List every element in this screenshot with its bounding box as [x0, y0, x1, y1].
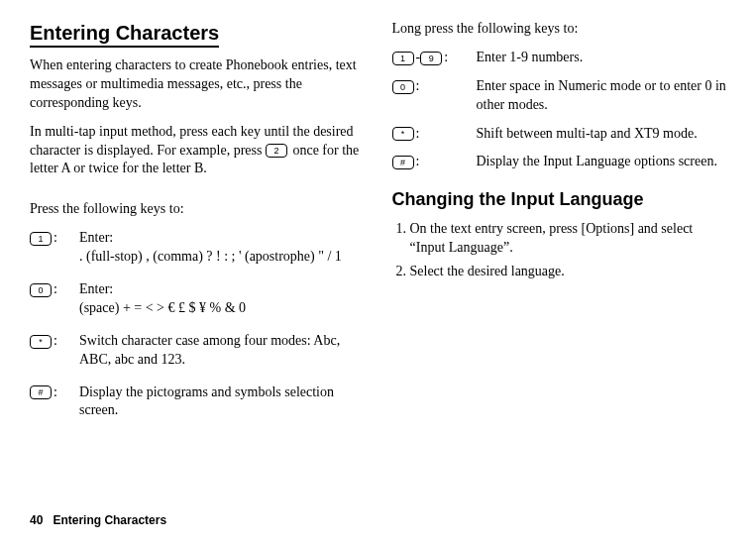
changing-input-language-title: Changing the Input Language	[392, 187, 727, 211]
key-1-text: . (full-stop) , (comma) ? ! : ; ' (apost…	[79, 249, 342, 264]
left-column: Entering Characters When entering charac…	[30, 20, 365, 434]
key-0-long-cell: 0:	[392, 77, 477, 96]
page-title: Entering Characters	[30, 22, 219, 48]
key-1-9-desc: Enter 1-9 numbers.	[477, 49, 727, 67]
page-footer: 40 Entering Characters	[30, 513, 166, 527]
key-0-icon: 0	[30, 283, 52, 297]
key-1-9-cell: 1-9:	[392, 49, 477, 67]
key-hash-long-desc: Display the Input Language options scree…	[477, 153, 727, 171]
key-1-cell: 1:	[30, 229, 79, 248]
key-0-lead: Enter:	[79, 281, 113, 296]
key-star-desc: Switch character case among four modes: …	[79, 332, 365, 370]
key-hash-icon: #	[30, 385, 52, 399]
key-hash-long-cell: #:	[392, 153, 477, 171]
key-1-long-icon: 1	[392, 52, 414, 65]
step-1-text: On the text entry screen, press [Options…	[410, 221, 694, 255]
press-keys-header: Press the following keys to:	[30, 200, 365, 219]
key-0-long-desc: Enter space in Numeric mode or to enter …	[477, 77, 727, 115]
step-2-text: Select the desired language.	[410, 264, 565, 278]
key-hash-cell: #:	[30, 383, 79, 402]
long-press-table: 1-9: Enter 1-9 numbers. 0: Enter space i…	[392, 49, 727, 171]
key-star-cell: *:	[30, 332, 79, 351]
footer-section: Entering Characters	[53, 513, 166, 527]
intro-paragraph-1: When entering characters to create Phone…	[30, 56, 365, 113]
key-1-icon: 1	[30, 232, 52, 246]
key-1-desc: Enter: . (full-stop) , (comma) ? ! : ; '…	[79, 229, 365, 267]
key-0-desc: Enter: (space) + = < > € £ $ ¥ % & 0	[79, 280, 365, 318]
key-0-text: (space) + = < > € £ $ ¥ % & 0	[79, 300, 246, 315]
key-1-lead: Enter:	[79, 230, 113, 245]
key-star-long-icon: *	[392, 127, 414, 141]
key-9-long-icon: 9	[420, 52, 442, 65]
key-0-cell: 0:	[30, 280, 79, 299]
key-2-icon: 2	[266, 144, 287, 158]
step-1: On the text entry screen, press [Options…	[410, 220, 727, 258]
key-hash-long-icon: #	[392, 156, 414, 169]
short-press-table: 1: Enter: . (full-stop) , (comma) ? ! : …	[30, 229, 365, 420]
key-0-long-icon: 0	[392, 80, 414, 94]
key-star-long-cell: *:	[392, 125, 477, 144]
key-star-long-desc: Shift between multi-tap and XT9 mode.	[477, 125, 727, 144]
right-column: Long press the following keys to: 1-9: E…	[392, 20, 727, 434]
key-hash-desc: Display the pictograms and symbols selec…	[79, 383, 365, 421]
key-star-icon: *	[30, 335, 52, 349]
step-2: Select the desired language.	[410, 263, 727, 281]
long-press-header: Long press the following keys to:	[392, 20, 727, 39]
steps-list: On the text entry screen, press [Options…	[410, 220, 727, 282]
intro-paragraph-2: In multi-tap input method, press each ke…	[30, 123, 365, 179]
page-number: 40	[30, 513, 43, 527]
